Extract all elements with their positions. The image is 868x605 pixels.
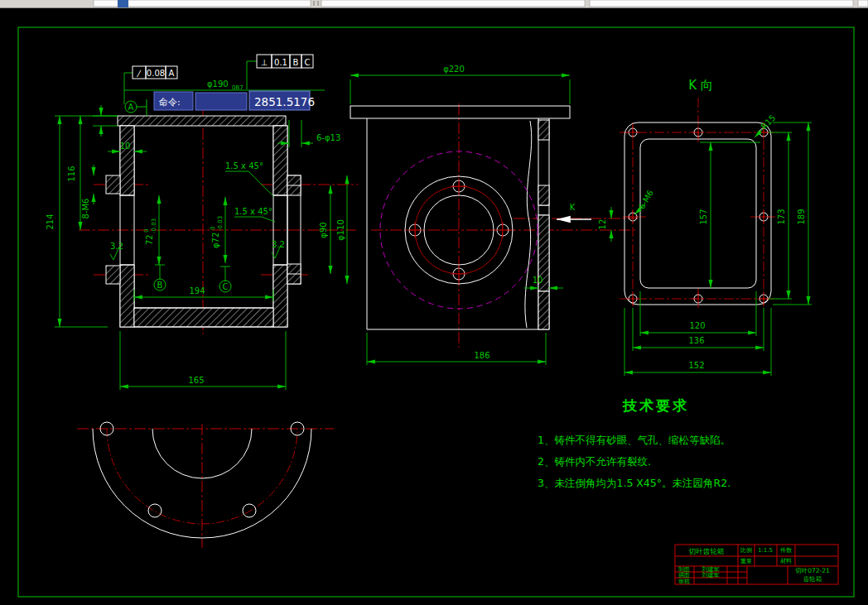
datum-c-label: C bbox=[223, 282, 229, 291]
command-value: 2851.5176 bbox=[254, 95, 315, 108]
roughness-note-2: 3.2 bbox=[272, 240, 285, 249]
dim-165: 165 bbox=[188, 376, 204, 385]
roughness-note-1: 3.2 bbox=[110, 242, 123, 251]
toolbar-field-3[interactable] bbox=[590, 0, 853, 7]
checker-label: 审核 bbox=[678, 579, 690, 585]
svg-text:0: 0 bbox=[210, 227, 216, 230]
dim-194: 194 bbox=[189, 286, 205, 295]
svg-text:72: 72 bbox=[145, 234, 154, 245]
tech-requirement-item: 2、铸件内不允许有裂纹. bbox=[538, 455, 651, 468]
tech-requirement-item: 3、未注倒角均为1.5 X45°。未注园角R2. bbox=[538, 477, 731, 489]
part-name: 齿轮箱 bbox=[803, 575, 822, 583]
datum-b-label: B bbox=[157, 281, 163, 290]
k-view-title: K 向 bbox=[688, 78, 713, 93]
fcf-perpendicularity-datum-2: C bbox=[305, 58, 311, 67]
scale-value: 1:1.5 bbox=[758, 547, 773, 554]
toolbar-field-2[interactable] bbox=[321, 0, 585, 7]
dim-116: 116 bbox=[67, 166, 76, 181]
dim-12: 12 bbox=[598, 219, 607, 230]
dim-dia220: φ220 bbox=[443, 65, 465, 74]
fcf-flatness-datum: A bbox=[169, 69, 175, 78]
fcf-perpendicularity-datum-1: B bbox=[293, 58, 299, 67]
dim-189: 189 bbox=[797, 209, 806, 224]
svg-text:0: 0 bbox=[143, 229, 150, 233]
command-input-box[interactable] bbox=[195, 93, 247, 110]
datum-a-label: A bbox=[128, 103, 134, 112]
scale-label: 比例 bbox=[740, 547, 752, 554]
fcf-perpendicularity-symbol: ⊥ bbox=[261, 58, 268, 67]
fcf-flatness-tolerance: 0.08 bbox=[147, 69, 165, 78]
app-icon[interactable] bbox=[118, 0, 128, 7]
toolbar[interactable] bbox=[0, 0, 868, 8]
fcf-perpendicularity-tolerance: 0.1 bbox=[274, 58, 287, 67]
part-title: 切叶齿轮箱 bbox=[688, 547, 725, 555]
toolbar-field-4[interactable] bbox=[858, 0, 868, 7]
dia-190-fit: 0B7 bbox=[232, 84, 244, 91]
tech-requirements-title: 技术要求 bbox=[622, 397, 689, 414]
tech-requirement-item: 1、铸件不得有砂眼、气孔、缩松等缺陷。 bbox=[538, 434, 731, 446]
cad-canvas: ∕ 0.08 A ⊥ 0.1 B C A B C φ190 0B7 214 11… bbox=[0, 0, 868, 605]
tracer-name: 刘建军 bbox=[702, 572, 720, 579]
dim-wall-10: 10 bbox=[120, 142, 131, 151]
dim-157: 157 bbox=[699, 209, 708, 224]
svg-text:-0.03: -0.03 bbox=[151, 218, 157, 233]
svg-text:-0.03: -0.03 bbox=[217, 216, 224, 231]
k-arrow-label: K bbox=[570, 203, 576, 212]
dim-214: 214 bbox=[46, 214, 55, 229]
svg-text:φ72: φ72 bbox=[211, 233, 220, 248]
command-overlay[interactable]: 命令: 2851.5176 bbox=[154, 91, 315, 110]
command-prompt-label: 命令: bbox=[159, 97, 181, 108]
dim-10: 10 bbox=[533, 276, 543, 285]
weight-label: 重量 bbox=[740, 558, 752, 564]
drawing-number: 切叶072-21 bbox=[795, 567, 830, 574]
dim-136: 136 bbox=[688, 336, 704, 345]
dim-186: 186 bbox=[474, 351, 489, 360]
dim-dia110: φ110 bbox=[336, 219, 345, 241]
thread-note-8m6: 8-M6 bbox=[81, 199, 90, 219]
material-label: 材料 bbox=[780, 558, 792, 564]
dia-190-dim: φ190 bbox=[207, 79, 229, 89]
dim-152: 152 bbox=[688, 361, 704, 370]
dim-173: 173 bbox=[777, 209, 786, 224]
chamfer-note-2: 1.5 x 45° bbox=[234, 207, 272, 216]
chamfer-note-1: 1.5 x 45° bbox=[225, 161, 263, 170]
holes-note-6d13: 6-φ13 bbox=[316, 133, 340, 142]
dim-dia90: φ90 bbox=[319, 222, 328, 238]
quantity-label: 件数 bbox=[780, 547, 793, 554]
dim-120: 120 bbox=[689, 321, 705, 330]
